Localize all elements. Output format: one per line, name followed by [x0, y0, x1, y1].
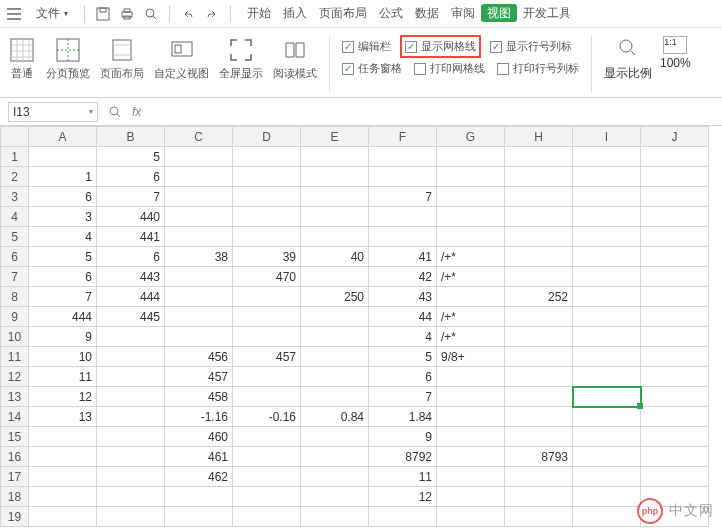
- cell-I9[interactable]: [573, 307, 641, 327]
- cell-J8[interactable]: [641, 287, 709, 307]
- cell-E18[interactable]: [301, 487, 369, 507]
- cell-E12[interactable]: [301, 367, 369, 387]
- cell-C19[interactable]: [165, 507, 233, 527]
- cell-C12[interactable]: 457: [165, 367, 233, 387]
- cell-E4[interactable]: [301, 207, 369, 227]
- zoom-scale-button[interactable]: 显示比例: [604, 36, 652, 82]
- ribbon-fullscreen[interactable]: 全屏显示: [219, 32, 263, 81]
- cell-I6[interactable]: [573, 247, 641, 267]
- cell-H17[interactable]: [505, 467, 573, 487]
- row-header-2[interactable]: 2: [1, 167, 29, 187]
- tab-视图[interactable]: 视图: [481, 4, 517, 22]
- tab-开始[interactable]: 开始: [241, 4, 277, 22]
- cell-D15[interactable]: [233, 427, 301, 447]
- cell-F15[interactable]: 9: [369, 427, 437, 447]
- cell-B19[interactable]: [97, 507, 165, 527]
- cell-C6[interactable]: 38: [165, 247, 233, 267]
- cell-I13[interactable]: [573, 387, 641, 407]
- tab-页面布局[interactable]: 页面布局: [313, 4, 373, 22]
- cell-J16[interactable]: [641, 447, 709, 467]
- cell-H3[interactable]: [505, 187, 573, 207]
- cell-B1[interactable]: 5: [97, 147, 165, 167]
- cell-C17[interactable]: 462: [165, 467, 233, 487]
- cell-G15[interactable]: [437, 427, 505, 447]
- cell-F12[interactable]: 6: [369, 367, 437, 387]
- cell-E10[interactable]: [301, 327, 369, 347]
- cell-E8[interactable]: 250: [301, 287, 369, 307]
- cell-D1[interactable]: [233, 147, 301, 167]
- cell-G4[interactable]: [437, 207, 505, 227]
- cell-A4[interactable]: 3: [29, 207, 97, 227]
- cell-C11[interactable]: 456: [165, 347, 233, 367]
- row-header-13[interactable]: 13: [1, 387, 29, 407]
- cell-J5[interactable]: [641, 227, 709, 247]
- cell-H2[interactable]: [505, 167, 573, 187]
- cell-H15[interactable]: [505, 427, 573, 447]
- row-header-18[interactable]: 18: [1, 487, 29, 507]
- cell-H16[interactable]: 8793: [505, 447, 573, 467]
- cell-H12[interactable]: [505, 367, 573, 387]
- cell-F5[interactable]: [369, 227, 437, 247]
- cell-C7[interactable]: [165, 267, 233, 287]
- col-header-G[interactable]: G: [437, 127, 505, 147]
- cell-D16[interactable]: [233, 447, 301, 467]
- cell-B4[interactable]: 440: [97, 207, 165, 227]
- cell-G2[interactable]: [437, 167, 505, 187]
- cell-A3[interactable]: 6: [29, 187, 97, 207]
- cell-G8[interactable]: [437, 287, 505, 307]
- col-header-E[interactable]: E: [301, 127, 369, 147]
- cell-B17[interactable]: [97, 467, 165, 487]
- cell-G19[interactable]: [437, 507, 505, 527]
- ribbon-custom-view[interactable]: 自定义视图: [154, 32, 209, 81]
- cell-D11[interactable]: 457: [233, 347, 301, 367]
- row-header-1[interactable]: 1: [1, 147, 29, 167]
- cell-I8[interactable]: [573, 287, 641, 307]
- cell-J6[interactable]: [641, 247, 709, 267]
- cell-I1[interactable]: [573, 147, 641, 167]
- cell-H5[interactable]: [505, 227, 573, 247]
- cell-I10[interactable]: [573, 327, 641, 347]
- cell-B5[interactable]: 441: [97, 227, 165, 247]
- cell-B3[interactable]: 7: [97, 187, 165, 207]
- cell-D3[interactable]: [233, 187, 301, 207]
- cell-E6[interactable]: 40: [301, 247, 369, 267]
- cell-G6[interactable]: /+*: [437, 247, 505, 267]
- check-print-gridlines[interactable]: 打印网格线: [414, 61, 485, 76]
- cell-G11[interactable]: 9/8+: [437, 347, 505, 367]
- cell-A12[interactable]: 11: [29, 367, 97, 387]
- ribbon-normal[interactable]: 普通: [8, 32, 36, 81]
- cell-A10[interactable]: 9: [29, 327, 97, 347]
- cell-J12[interactable]: [641, 367, 709, 387]
- cell-E9[interactable]: [301, 307, 369, 327]
- cell-G12[interactable]: [437, 367, 505, 387]
- col-header-D[interactable]: D: [233, 127, 301, 147]
- cell-J4[interactable]: [641, 207, 709, 227]
- cell-C9[interactable]: [165, 307, 233, 327]
- col-header-J[interactable]: J: [641, 127, 709, 147]
- cell-G3[interactable]: [437, 187, 505, 207]
- cell-A18[interactable]: [29, 487, 97, 507]
- cell-A6[interactable]: 5: [29, 247, 97, 267]
- cell-A8[interactable]: 7: [29, 287, 97, 307]
- cell-J17[interactable]: [641, 467, 709, 487]
- cell-D8[interactable]: [233, 287, 301, 307]
- col-header-H[interactable]: H: [505, 127, 573, 147]
- row-header-19[interactable]: 19: [1, 507, 29, 527]
- cell-D12[interactable]: [233, 367, 301, 387]
- menu-icon[interactable]: [6, 6, 22, 22]
- cell-E15[interactable]: [301, 427, 369, 447]
- cell-E3[interactable]: [301, 187, 369, 207]
- cell-H10[interactable]: [505, 327, 573, 347]
- cell-D18[interactable]: [233, 487, 301, 507]
- row-header-8[interactable]: 8: [1, 287, 29, 307]
- row-header-12[interactable]: 12: [1, 367, 29, 387]
- cell-G13[interactable]: [437, 387, 505, 407]
- cell-G18[interactable]: [437, 487, 505, 507]
- row-header-10[interactable]: 10: [1, 327, 29, 347]
- cell-C14[interactable]: -1.16: [165, 407, 233, 427]
- cell-I11[interactable]: [573, 347, 641, 367]
- col-header-B[interactable]: B: [97, 127, 165, 147]
- cell-F18[interactable]: 12: [369, 487, 437, 507]
- cell-H8[interactable]: 252: [505, 287, 573, 307]
- cell-F1[interactable]: [369, 147, 437, 167]
